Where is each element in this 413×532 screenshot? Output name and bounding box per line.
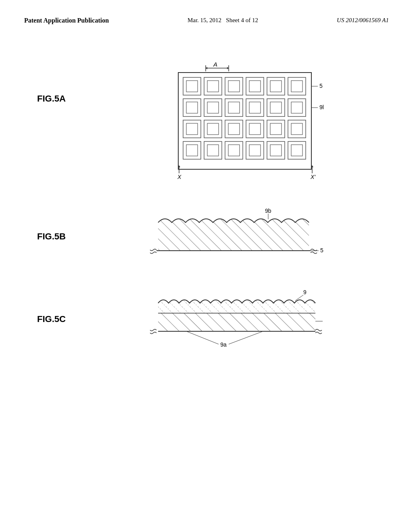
svg-rect-34 (225, 120, 243, 138)
cell-3-2 (225, 141, 243, 159)
fig5c-label: FIG.5C (37, 314, 86, 324)
svg-rect-47 (228, 145, 240, 156)
cell-1-0 (183, 99, 201, 116)
svg-rect-43 (186, 145, 198, 156)
ref-9b-fig5a: 9b (319, 104, 323, 110)
svg-rect-24 (246, 99, 264, 116)
cell-1-4 (267, 99, 285, 116)
cell-3-3 (246, 141, 264, 159)
svg-rect-44 (204, 141, 222, 159)
cell-0-3 (246, 77, 264, 95)
svg-rect-20 (204, 99, 222, 116)
ref-5-fig5a: 5 (319, 83, 323, 89)
xprime-label: X' (310, 174, 316, 180)
ref-5-fig5b: 5 (320, 247, 323, 254)
cell-3-4 (267, 141, 285, 159)
date-sheet-label: Mar. 15, 2012 Sheet 4 of 12 (188, 16, 258, 25)
ref-9b-fig5b: 9b (265, 208, 271, 214)
header: Patent Application Publication Mar. 15, … (24, 16, 389, 25)
fig5c-svg: 9 (146, 287, 323, 351)
svg-rect-71 (158, 313, 315, 331)
cell-3-1 (204, 141, 222, 159)
svg-rect-21 (207, 102, 219, 113)
svg-rect-38 (267, 120, 285, 138)
cell-3-0 (183, 141, 201, 159)
svg-rect-27 (270, 102, 282, 113)
svg-rect-52 (288, 141, 306, 159)
cell-0-5 (288, 77, 306, 95)
svg-rect-35 (228, 123, 240, 135)
svg-rect-33 (207, 123, 219, 135)
cell-3-5 (288, 141, 306, 159)
svg-rect-15 (270, 81, 282, 92)
cell-1-1 (204, 99, 222, 116)
fig5b-svg: 9b (146, 206, 323, 267)
svg-rect-14 (267, 77, 285, 95)
svg-rect-19 (186, 102, 198, 113)
fig5b-content: 9b (86, 206, 384, 267)
ref-9a-fig5c: 9a (220, 341, 227, 348)
svg-rect-29 (291, 102, 302, 113)
svg-rect-53 (291, 145, 302, 156)
svg-rect-13 (249, 81, 261, 92)
svg-rect-32 (204, 120, 222, 138)
svg-rect-25 (249, 102, 261, 113)
svg-rect-51 (270, 145, 282, 156)
svg-rect-62 (158, 215, 309, 251)
fig5a-label: FIG.5A (37, 94, 86, 104)
cell-0-2 (225, 77, 243, 95)
svg-rect-11 (228, 81, 240, 92)
fig5c-content: 9 (86, 287, 384, 351)
cell-2-5 (288, 120, 306, 138)
svg-rect-36 (246, 120, 264, 138)
svg-rect-16 (288, 77, 306, 95)
content-area: FIG.5A A (24, 49, 389, 351)
cell-2-3 (246, 120, 264, 138)
cell-2-0 (183, 120, 201, 138)
svg-rect-41 (291, 123, 302, 135)
svg-rect-49 (249, 145, 261, 156)
x-label: X (177, 174, 181, 180)
svg-rect-28 (288, 99, 306, 116)
fig5a-section: FIG.5A A (37, 61, 384, 186)
patent-number-label: US 2012/0061569 A1 (337, 16, 389, 25)
svg-rect-6 (183, 77, 201, 95)
svg-rect-45 (207, 145, 219, 156)
svg-rect-26 (267, 99, 285, 116)
svg-rect-67 (158, 297, 315, 314)
svg-rect-17 (291, 81, 302, 92)
svg-rect-46 (225, 141, 243, 159)
fig5a-svg: A (146, 61, 323, 186)
svg-rect-50 (267, 141, 285, 159)
fig5b-section: FIG.5B 9b (37, 206, 384, 267)
date-label: Mar. 15, 2012 (188, 17, 221, 23)
cell-1-2 (225, 99, 243, 116)
svg-rect-42 (183, 141, 201, 159)
svg-rect-18 (183, 99, 201, 116)
cell-1-5 (288, 99, 306, 116)
svg-rect-12 (246, 77, 264, 95)
fig5b-label: FIG.5B (37, 231, 86, 242)
svg-rect-7 (186, 81, 198, 92)
svg-rect-8 (204, 77, 222, 95)
svg-line-75 (229, 331, 263, 344)
svg-rect-40 (288, 120, 306, 138)
cell-2-4 (267, 120, 285, 138)
ref-9-fig5c: 9 (303, 289, 307, 295)
dim-a-text: A (213, 61, 217, 68)
publication-label: Patent Application Publication (24, 16, 109, 25)
svg-line-74 (186, 331, 219, 344)
svg-rect-10 (225, 77, 243, 95)
cell-2-1 (204, 120, 222, 138)
svg-rect-30 (183, 120, 201, 138)
svg-rect-48 (246, 141, 264, 159)
svg-rect-22 (225, 99, 243, 116)
svg-rect-23 (228, 102, 240, 113)
svg-rect-39 (270, 123, 282, 135)
fig5c-section: FIG.5C 9 (37, 287, 384, 351)
svg-rect-31 (186, 123, 198, 135)
cell-0-0 (183, 77, 201, 95)
cell-2-2 (225, 120, 243, 138)
cell-0-1 (204, 77, 222, 95)
svg-rect-37 (249, 123, 261, 135)
